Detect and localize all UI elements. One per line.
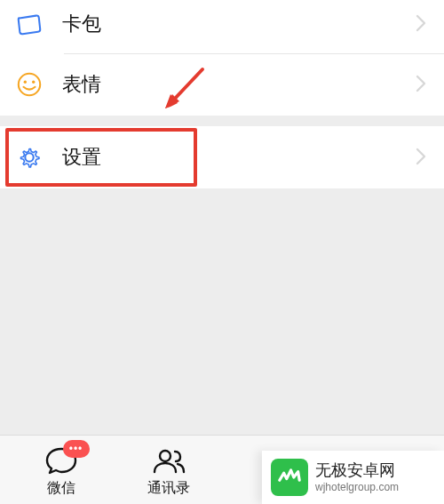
card-pack-icon — [16, 11, 43, 37]
menu-item-settings[interactable]: 设置 — [0, 126, 444, 188]
tab-label: 通讯录 — [147, 479, 190, 498]
chevron-right-icon — [416, 75, 428, 94]
watermark-logo-icon — [271, 459, 308, 496]
tab-contacts[interactable]: 通讯录 — [115, 445, 222, 498]
watermark: 无极安卓网 wjhotelgroup.com — [262, 451, 444, 504]
tab-label: 微信 — [47, 479, 75, 498]
chevron-right-icon — [416, 14, 428, 34]
svg-point-2 — [32, 81, 35, 84]
tab-chats[interactable]: ••• 微信 — [7, 445, 115, 498]
svg-point-1 — [24, 81, 27, 84]
menu-item-cards[interactable]: 卡包 — [0, 0, 444, 53]
chat-bubble-icon: ••• — [42, 445, 81, 476]
svg-point-3 — [25, 153, 33, 161]
gear-icon — [16, 144, 43, 171]
menu-item-label: 表情 — [62, 71, 416, 98]
svg-point-0 — [19, 74, 40, 95]
watermark-title: 无极安卓网 — [315, 461, 399, 481]
watermark-subtitle: wjhotelgroup.com — [315, 481, 399, 493]
unread-badge: ••• — [63, 440, 90, 458]
menu-item-stickers[interactable]: 表情 — [0, 53, 444, 116]
svg-point-7 — [160, 451, 170, 461]
chevron-right-icon — [416, 148, 428, 167]
menu-item-label: 卡包 — [62, 11, 416, 37]
smiley-icon — [16, 71, 43, 98]
section-divider — [0, 116, 444, 126]
contacts-icon — [149, 445, 188, 476]
menu-item-label: 设置 — [62, 144, 416, 171]
